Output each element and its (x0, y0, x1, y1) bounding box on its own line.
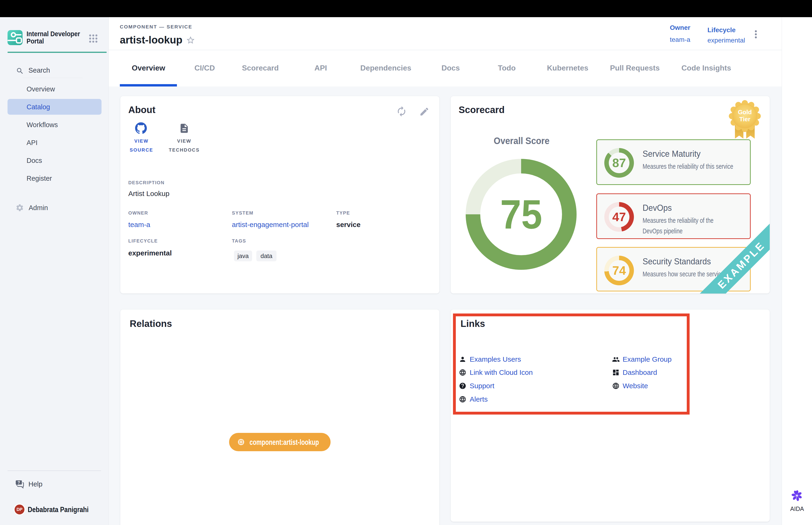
svg-text:Tier: Tier (739, 116, 750, 123)
svg-text:?: ? (18, 480, 20, 485)
svg-text:Gold: Gold (738, 108, 752, 116)
